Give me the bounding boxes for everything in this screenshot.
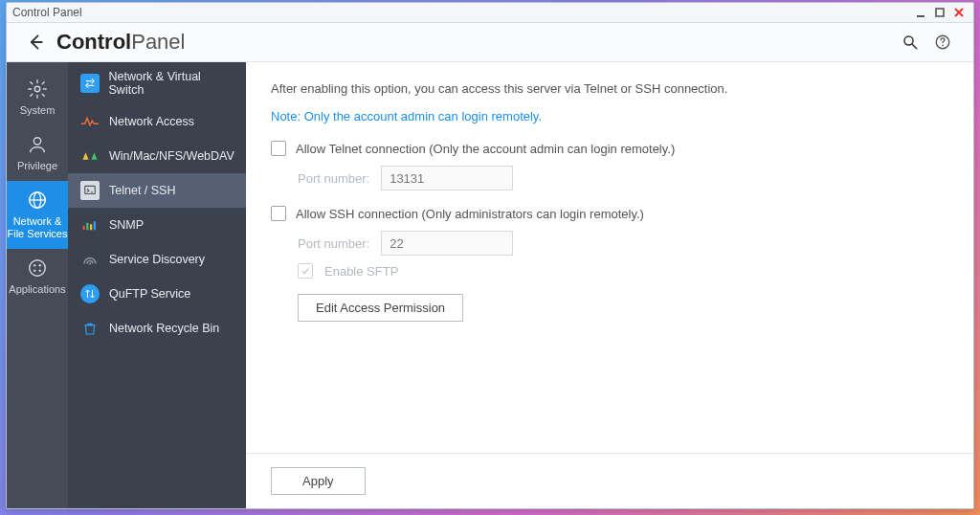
- edit-access-permission-button[interactable]: Edit Access Permission: [298, 294, 463, 322]
- svg-point-9: [34, 86, 40, 92]
- svg-point-8: [942, 45, 944, 47]
- switch-icon: [80, 74, 100, 93]
- nav2-label: Network Access: [109, 115, 194, 128]
- nav2-network-recycle-bin[interactable]: Network Recycle Bin: [68, 311, 246, 346]
- control-panel-window: Control Panel ControlPanel: [6, 2, 974, 509]
- ssh-option-row: Allow SSH connection (Only administrator…: [271, 206, 948, 221]
- nav2-label: Telnet / SSH: [109, 184, 175, 197]
- search-button[interactable]: [897, 29, 924, 56]
- window-title: Control Panel: [12, 6, 82, 19]
- header: ControlPanel: [7, 23, 973, 62]
- titlebar: Control Panel: [7, 3, 973, 23]
- brand-light: Panel: [131, 30, 185, 54]
- nav2-snmp[interactable]: SNMP: [68, 208, 246, 242]
- sftp-option-row: Enable SFTP: [298, 263, 948, 279]
- enable-sftp-label: Enable SFTP: [324, 264, 398, 279]
- svg-point-5: [904, 36, 913, 45]
- svg-marker-20: [92, 152, 98, 160]
- nav-network-file-services[interactable]: Network & File Services: [7, 181, 68, 249]
- svg-point-10: [33, 138, 40, 145]
- nav2-telnet-ssh[interactable]: Telnet / SSH: [68, 173, 246, 208]
- svg-point-17: [33, 270, 35, 272]
- nav2-label: Network Recycle Bin: [109, 322, 219, 335]
- ssh-port-input[interactable]: [381, 231, 513, 256]
- nav2-label: Service Discovery: [109, 253, 205, 266]
- telnet-port-label: Port number:: [298, 171, 369, 186]
- minimize-button[interactable]: [912, 4, 929, 21]
- svg-point-18: [39, 270, 41, 272]
- footer: Apply: [246, 453, 973, 508]
- nav-label: Network & File Services: [7, 215, 68, 239]
- trash-icon: [80, 319, 100, 338]
- bars-icon: [80, 215, 100, 235]
- nav2-label: Win/Mac/NFS/WebDAV: [109, 149, 234, 163]
- primary-nav: System Privilege Network & File Services: [7, 62, 68, 508]
- telnet-port-row: Port number:: [298, 166, 948, 190]
- svg-rect-22: [83, 226, 85, 231]
- nav2-quftp-service[interactable]: QuFTP Service: [68, 277, 246, 311]
- svg-point-14: [30, 260, 46, 277]
- nav2-network-access[interactable]: Network Access: [68, 104, 246, 139]
- svg-rect-21: [85, 186, 96, 193]
- nav2-network-virtual-switch[interactable]: Network & Virtual Switch: [68, 62, 246, 104]
- nav-privilege[interactable]: Privilege: [7, 125, 68, 181]
- nav2-label: SNMP: [109, 218, 144, 232]
- svg-marker-19: [83, 152, 89, 160]
- secondary-nav: Network & Virtual Switch Network Access …: [68, 62, 246, 508]
- user-icon: [7, 133, 68, 156]
- nav-label: System: [7, 104, 68, 116]
- apps-icon: [7, 257, 68, 280]
- protocols-icon: [80, 146, 100, 166]
- note-text: Note: Only the account admin can login r…: [271, 109, 948, 123]
- allow-ssh-label: Allow SSH connection (Only administrator…: [296, 207, 644, 221]
- nav-applications[interactable]: Applications: [7, 249, 68, 304]
- gear-icon: [7, 78, 68, 101]
- radar-icon: [80, 250, 100, 269]
- nav-label: Applications: [7, 283, 68, 295]
- svg-point-26: [89, 262, 91, 264]
- allow-telnet-label: Allow Telnet connection (Only the accoun…: [296, 142, 675, 156]
- allow-telnet-checkbox[interactable]: [271, 141, 286, 156]
- apply-button[interactable]: Apply: [271, 467, 366, 495]
- nav2-label: QuFTP Service: [109, 287, 190, 301]
- svg-point-15: [33, 264, 35, 266]
- allow-ssh-checkbox[interactable]: [271, 206, 286, 221]
- help-button[interactable]: [929, 29, 956, 56]
- nav-system[interactable]: System: [7, 70, 68, 125]
- nav2-label: Network & Virtual Switch: [109, 70, 236, 97]
- description-text: After enabling this option, you can acce…: [271, 81, 948, 96]
- ssh-port-row: Port number:: [298, 231, 948, 256]
- terminal-icon: [80, 181, 100, 200]
- enable-sftp-checkbox[interactable]: [298, 263, 313, 279]
- svg-rect-24: [90, 224, 92, 230]
- pulse-icon: [80, 112, 100, 131]
- svg-rect-1: [936, 9, 944, 16]
- back-button[interactable]: [24, 31, 47, 54]
- telnet-option-row: Allow Telnet connection (Only the accoun…: [271, 141, 948, 156]
- page-title: ControlPanel: [56, 30, 185, 55]
- maximize-button[interactable]: [931, 4, 948, 21]
- nav2-service-discovery[interactable]: Service Discovery: [68, 242, 246, 277]
- svg-point-16: [39, 264, 41, 266]
- ssh-port-label: Port number:: [298, 236, 369, 251]
- telnet-port-input[interactable]: [381, 166, 513, 190]
- svg-line-6: [912, 44, 917, 49]
- brand-bold: Control: [56, 30, 131, 54]
- ftp-icon: [80, 284, 100, 303]
- globe-icon: [7, 189, 68, 212]
- close-button[interactable]: [950, 4, 968, 21]
- nav-label: Privilege: [7, 160, 68, 171]
- svg-rect-23: [86, 223, 88, 231]
- content-area: After enabling this option, you can acce…: [246, 62, 973, 453]
- nav2-win-mac-nfs-webdav[interactable]: Win/Mac/NFS/WebDAV: [68, 139, 246, 173]
- svg-rect-25: [94, 221, 96, 230]
